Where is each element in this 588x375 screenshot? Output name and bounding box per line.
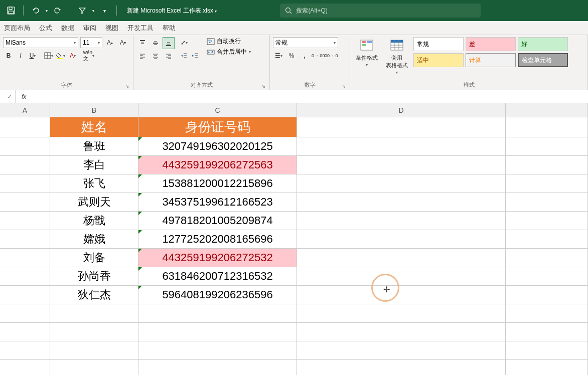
cell[interactable]: [0, 286, 50, 304]
filter-dropdown[interactable]: ▾: [92, 9, 94, 13]
cell[interactable]: [297, 137, 506, 156]
cell-name[interactable]: 鲁班: [50, 137, 138, 156]
cell[interactable]: [506, 286, 588, 304]
tab-review[interactable]: 审阅: [82, 22, 97, 35]
number-format-combo[interactable]: 常规▾: [273, 37, 338, 48]
col-header-B[interactable]: B: [50, 103, 138, 117]
cell-id[interactable]: 443259199206272563: [138, 156, 297, 174]
cell[interactable]: [0, 323, 50, 341]
qat-more-icon[interactable]: ▾: [97, 4, 111, 18]
align-middle[interactable]: [150, 37, 162, 49]
cell[interactable]: [297, 360, 506, 375]
style-calc[interactable]: 计算: [466, 53, 516, 67]
cell[interactable]: [0, 117, 50, 137]
spreadsheet-grid[interactable]: A B C D 姓名 身份证号码 鲁班 320749196302020125 李…: [0, 103, 588, 375]
cancel-formula[interactable]: ✓: [7, 93, 12, 100]
cell-name[interactable]: 狄仁杰: [50, 286, 138, 304]
border-button[interactable]: ▾: [43, 50, 54, 61]
header-id[interactable]: 身份证号码: [138, 117, 297, 137]
tab-data[interactable]: 数据: [60, 22, 75, 35]
percent-button[interactable]: %: [286, 50, 297, 61]
font-size-combo[interactable]: 11▾: [80, 37, 102, 48]
cell[interactable]: [0, 193, 50, 212]
increase-decimal[interactable]: .0→.00: [312, 50, 323, 61]
cell-id[interactable]: 127725202008165696: [138, 230, 297, 249]
cell[interactable]: [506, 117, 588, 137]
filter-icon[interactable]: [75, 4, 89, 18]
cell-name[interactable]: 刘备: [50, 249, 138, 267]
cell[interactable]: [297, 286, 506, 304]
increase-indent[interactable]: [190, 50, 201, 61]
cell[interactable]: [297, 230, 506, 249]
align-right[interactable]: [163, 50, 175, 62]
cell[interactable]: [297, 193, 506, 212]
align-center[interactable]: [150, 50, 162, 62]
cell-name[interactable]: 李白: [50, 156, 138, 174]
cell-name[interactable]: 杨戬: [50, 212, 138, 230]
undo-dropdown[interactable]: ▾: [46, 9, 48, 13]
cell-id[interactable]: 153881200012215896: [138, 174, 297, 193]
wrap-text-button[interactable]: 自动换行: [207, 37, 251, 46]
search-box[interactable]: 搜索(Alt+Q): [280, 4, 481, 18]
decrease-font-icon[interactable]: A▾: [117, 37, 128, 48]
cell[interactable]: [50, 360, 138, 375]
cell[interactable]: [506, 212, 588, 230]
font-color-button[interactable]: A▾: [67, 50, 78, 61]
cell-name[interactable]: 张飞: [50, 174, 138, 193]
cell[interactable]: [297, 174, 506, 193]
style-check[interactable]: 检查单元格: [518, 53, 568, 67]
cell-name[interactable]: 孙尚香: [50, 267, 138, 286]
tab-help[interactable]: 帮助: [162, 22, 177, 35]
cell[interactable]: [297, 323, 506, 341]
number-launcher[interactable]: ↘: [342, 83, 346, 89]
cell-id[interactable]: 596408199206236596: [138, 286, 297, 304]
cell[interactable]: [506, 341, 588, 360]
cell[interactable]: [0, 360, 50, 375]
orientation-button[interactable]: ⤢▾: [179, 37, 190, 48]
font-launcher[interactable]: ↘: [125, 83, 129, 89]
decrease-decimal[interactable]: .00→.0: [325, 50, 336, 61]
increase-font-icon[interactable]: A▴: [104, 37, 115, 48]
header-name[interactable]: 姓名: [50, 117, 138, 137]
cell[interactable]: [506, 267, 588, 286]
cell-id[interactable]: 631846200712316532: [138, 267, 297, 286]
cell-id[interactable]: 345375199612166523: [138, 193, 297, 212]
cell[interactable]: [138, 341, 297, 360]
col-header-D[interactable]: D: [297, 103, 506, 117]
cell[interactable]: [50, 323, 138, 341]
cell[interactable]: [50, 341, 138, 360]
col-header-E[interactable]: [506, 103, 588, 117]
table-format-button[interactable]: 套用 表格格式▾: [383, 37, 410, 77]
save-icon[interactable]: [4, 4, 18, 18]
alignment-launcher[interactable]: ↘: [261, 83, 265, 89]
cell[interactable]: [297, 267, 506, 286]
cell[interactable]: [297, 117, 506, 137]
cell[interactable]: [506, 323, 588, 341]
style-bad[interactable]: 差: [466, 37, 516, 51]
cell[interactable]: [506, 304, 588, 323]
style-normal[interactable]: 常规: [413, 37, 464, 51]
cell[interactable]: [297, 156, 506, 174]
phonetic-button[interactable]: wén文▾: [83, 50, 94, 61]
cell[interactable]: [138, 304, 297, 323]
cell[interactable]: [0, 341, 50, 360]
cell[interactable]: [506, 249, 588, 267]
accounting-button[interactable]: ☰▾: [273, 50, 284, 61]
cell-name[interactable]: 武则天: [50, 193, 138, 212]
cell[interactable]: [506, 137, 588, 156]
cell-id[interactable]: 497818201005209874: [138, 212, 297, 230]
cell[interactable]: [0, 212, 50, 230]
tab-pagelayout[interactable]: 页面布局: [3, 22, 31, 35]
cell[interactable]: [506, 174, 588, 193]
cell-name[interactable]: 嫦娥: [50, 230, 138, 249]
cell[interactable]: [506, 360, 588, 375]
style-neutral[interactable]: 适中: [413, 53, 464, 67]
cell[interactable]: [297, 212, 506, 230]
fx-icon[interactable]: fx: [19, 93, 29, 100]
cell[interactable]: [0, 137, 50, 156]
cell[interactable]: [0, 304, 50, 323]
cell[interactable]: [0, 156, 50, 174]
col-header-A[interactable]: A: [0, 103, 50, 117]
cell-styles-gallery[interactable]: 常规 差 好 适中 计算 检查单元格: [413, 37, 568, 67]
font-name-combo[interactable]: MiSans▾: [3, 37, 78, 48]
